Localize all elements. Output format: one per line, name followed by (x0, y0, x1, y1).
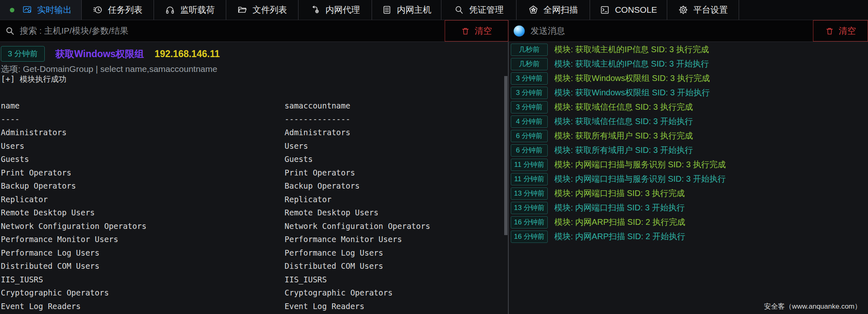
tab-console[interactable]: CONSOLE (590, 0, 667, 20)
tab-file-list[interactable]: 文件列表 (226, 0, 299, 20)
tab-label: 任务列表 (108, 4, 142, 16)
cell-name: Cryptographic Operators (1, 286, 285, 300)
cell-samaccountname: Users (285, 141, 308, 150)
cell-samaccountname: Replicator (285, 195, 331, 204)
message-text: 模块: 内网端口扫描与服务识别 SID: 3 开始执行 (554, 173, 726, 185)
scrollbar-thumb[interactable] (504, 76, 507, 235)
message-row[interactable]: 16 分钟前模块: 内网ARP扫描 SID: 2 开始执行 (511, 229, 868, 244)
cell-name: IIS_IUSRS (1, 273, 285, 286)
message-row[interactable]: 3 分钟前模块: 获取Windows权限组 SID: 3 开始执行 (511, 85, 868, 100)
clear-button-label: 清空 (475, 25, 492, 37)
cell-samaccountname: Network Configuration Operators (285, 222, 430, 231)
message-row[interactable]: 3 分钟前模块: 获取域信任信息 SID: 3 执行完成 (511, 100, 868, 114)
top-nav: 实时输出任务列表监听载荷文件列表内网代理内网主机凭证管理全网扫描CONSOLE平… (0, 0, 868, 20)
output-scrollbar[interactable] (505, 42, 509, 314)
tab-label: 凭证管理 (469, 4, 504, 16)
message-row[interactable]: 几秒前模块: 获取域主机的IP信息 SID: 3 开始执行 (511, 57, 868, 71)
message-time-badge: 3 分钟前 (511, 87, 548, 99)
tab-label: 文件列表 (253, 4, 287, 16)
message-row[interactable]: 13 分钟前模块: 内网端口扫描 SID: 3 开始执行 (511, 201, 868, 215)
tab-label: 内网主机 (397, 4, 432, 16)
result-table: [+] 模块执行成功 namesamaccountname-----------… (0, 72, 509, 313)
tab-label: 内网代理 (326, 4, 360, 16)
tab-realtime-output[interactable]: 实时输出 (0, 0, 82, 20)
result-row: ReplicatorReplicator (1, 193, 509, 206)
module-name[interactable]: 获取Windows权限组 (55, 48, 144, 60)
message-time-badge: 16 分钟前 (511, 216, 548, 229)
result-row: Print OperatorsPrint Operators (1, 166, 509, 180)
table-header-row: namesamaccountname (1, 99, 509, 113)
cell-name: name (1, 99, 285, 113)
cell-name: Users (1, 139, 285, 153)
search-icon (5, 26, 15, 36)
cell-samaccountname: samaccountname (285, 101, 350, 110)
message-time-badge: 6 分钟前 (511, 130, 548, 142)
message-text: 模块: 获取域主机的IP信息 SID: 3 执行完成 (554, 44, 709, 55)
message-text: 模块: 获取Windows权限组 SID: 3 执行完成 (554, 73, 710, 84)
message-pane: 几秒前模块: 获取域主机的IP信息 SID: 3 执行完成几秒前模块: 获取域主… (509, 42, 868, 314)
search-input[interactable] (20, 26, 445, 36)
tab-intranet-host[interactable]: 内网主机 (372, 0, 441, 20)
message-time-badge: 13 分钟前 (511, 187, 548, 200)
message-text: 模块: 获取域主机的IP信息 SID: 3 开始执行 (554, 58, 709, 69)
clear-button-label: 清空 (839, 25, 856, 37)
tab-net-scan[interactable]: 全网扫描 (517, 0, 590, 20)
toolbar: 清空 清空 (0, 20, 868, 42)
message-time-badge: 3 分钟前 (511, 72, 548, 85)
cell-samaccountname: IIS_IUSRS (285, 275, 327, 284)
message-row[interactable]: 6 分钟前模块: 获取所有域用户 SID: 3 执行完成 (511, 129, 868, 143)
result-row: Remote Desktop UsersRemote Desktop Users (1, 206, 509, 219)
clear-messages-button[interactable]: 清空 (813, 20, 868, 42)
message-row[interactable]: 11 分钟前模块: 内网端口扫描与服务识别 SID: 3 执行完成 (511, 157, 868, 172)
message-time-badge: 3 分钟前 (511, 101, 548, 113)
message-row[interactable]: 几秒前模块: 获取域主机的IP信息 SID: 3 执行完成 (511, 42, 868, 57)
tab-platform-settings[interactable]: 平台设置 (667, 0, 739, 20)
realtime-output-icon (22, 5, 32, 15)
result-row: AdministratorsAdministrators (1, 126, 509, 139)
tab-credential-manage[interactable]: 凭证管理 (441, 0, 517, 20)
message-row[interactable]: 16 分钟前模块: 内网ARP扫描 SID: 2 执行完成 (511, 215, 868, 229)
clear-output-button[interactable]: 清空 (445, 20, 508, 42)
blue-gem-icon (514, 25, 525, 37)
tab-label: 平台设置 (693, 4, 728, 16)
tab-intranet-proxy[interactable]: 内网代理 (299, 0, 372, 20)
message-time-badge: 11 分钟前 (511, 159, 548, 171)
tab-label: CONSOLE (615, 5, 657, 15)
credential-manage-icon (454, 5, 464, 15)
tab-label: 监听载荷 (180, 4, 215, 16)
message-text: 模块: 内网ARP扫描 SID: 2 开始执行 (554, 231, 685, 242)
message-time-badge: 16 分钟前 (511, 231, 548, 243)
cell-samaccountname: -------------- (285, 115, 350, 124)
message-row[interactable]: 11 分钟前模块: 内网端口扫描与服务识别 SID: 3 开始执行 (511, 172, 868, 186)
message-row[interactable]: 6 分钟前模块: 获取所有域用户 SID: 3 开始执行 (511, 143, 868, 157)
cell-name: Distributed COM Users (1, 259, 285, 273)
message-time-badge: 13 分钟前 (511, 202, 548, 214)
host-ip[interactable]: 192.168.146.11 (155, 48, 220, 60)
message-row[interactable]: 4 分钟前模块: 获取域信任信息 SID: 3 开始执行 (511, 114, 868, 129)
cell-name: Network Configuration Operators (1, 219, 285, 233)
tab-listen-payload[interactable]: 监听载荷 (154, 0, 226, 20)
message-row[interactable]: 3 分钟前模块: 获取Windows权限组 SID: 3 执行完成 (511, 71, 868, 85)
tab-task-list[interactable]: 任务列表 (82, 0, 154, 20)
trash-icon (825, 27, 834, 35)
message-text: 模块: 内网端口扫描与服务识别 SID: 3 执行完成 (554, 159, 726, 170)
message-row[interactable]: 13 分钟前模块: 内网端口扫描 SID: 3 执行完成 (511, 186, 868, 201)
message-box (508, 20, 813, 42)
cell-samaccountname: Backup Operators (285, 181, 360, 190)
time-badge: 3 分钟前 (1, 46, 45, 62)
intranet-proxy-icon (310, 5, 320, 15)
message-text: 模块: 内网ARP扫描 SID: 2 执行完成 (554, 217, 685, 228)
watermark: 安全客（www.anquanke.com） (764, 302, 861, 311)
file-list-icon (237, 5, 247, 15)
result-row: UsersUsers (1, 139, 509, 153)
message-input[interactable] (530, 26, 813, 36)
result-row: GuestsGuests (1, 152, 509, 166)
cell-samaccountname: Guests (285, 155, 313, 164)
cell-samaccountname: Administrators (285, 128, 350, 137)
cell-samaccountname: Print Operators (285, 168, 355, 177)
message-text: 模块: 获取Windows权限组 SID: 3 开始执行 (554, 87, 710, 98)
result-row (1, 86, 509, 99)
task-list-icon (93, 5, 103, 15)
intranet-host-icon (382, 5, 392, 15)
message-time-badge: 11 分钟前 (511, 173, 548, 185)
